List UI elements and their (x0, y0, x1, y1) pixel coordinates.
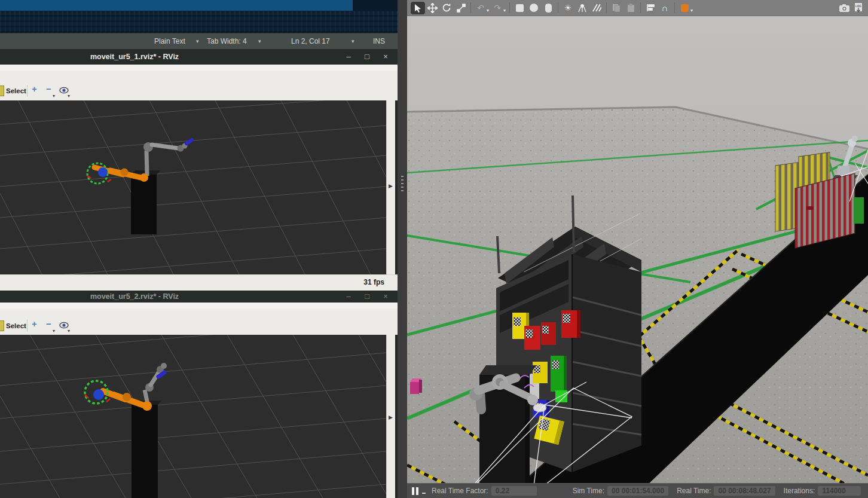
log-recorder-icon[interactable]: LOG (851, 2, 866, 14)
copy-icon[interactable] (609, 2, 624, 14)
undo-icon[interactable]: ↶ (473, 2, 488, 14)
editor-statusbar: Plain Text ▾ Tab Width: 4 ▾ Ln 2, Col 17… (0, 33, 398, 50)
editor-selection-highlight (0, 0, 353, 11)
rviz1-toolbar: Select + − ▾ ▾ (0, 71, 398, 101)
gazebo-toolbar: ↶ ▾ ↷ ▾ ☀ (407, 0, 868, 16)
iterations-label: Iterations: (784, 487, 815, 495)
rviz1-menubar (0, 65, 398, 71)
station-logo-mark (806, 206, 814, 210)
iterations-value: 114000 (818, 486, 861, 496)
workspace-divider (398, 0, 407, 498)
real-time-value: 00 00:08:48.027 (714, 486, 775, 496)
fps-counter: 31 fps (363, 278, 384, 286)
cursor-position[interactable]: Ln 2, Col 17 (291, 37, 330, 45)
green-bin (854, 197, 864, 224)
overwrite-mode-indicator: INS (373, 37, 385, 45)
rviz1-statusbar: 31 fps (0, 274, 398, 291)
close-button[interactable]: × (379, 292, 392, 301)
rviz2-side-panel-strip: ▶ (386, 335, 396, 498)
directional-light-icon[interactable] (589, 2, 604, 14)
rviz2-toolbar: Select + − ▾ ▾ (0, 308, 398, 335)
interact-tool-icon[interactable] (0, 85, 4, 96)
toolbar-separator (606, 2, 607, 13)
gazebo-window: ↶ ▾ ↷ ▾ ☀ (407, 0, 868, 498)
real-time-label: Real Time: (677, 487, 711, 495)
rviz1-side-panel-strip: ▶ (386, 100, 396, 274)
caret-down-icon[interactable]: ▾ (258, 38, 261, 44)
select-tool-icon[interactable] (411, 2, 425, 14)
add-display-button[interactable]: + (32, 84, 37, 94)
svg-text:LOG: LOG (855, 4, 861, 7)
splitter-handle[interactable] (401, 176, 404, 191)
add-display-button[interactable]: + (32, 319, 37, 329)
desktop: Plain Text ▾ Tab Width: 4 ▾ Ln 2, Col 17… (0, 0, 868, 498)
sim-time-value: 00 00:01:54.000 (607, 486, 668, 496)
caret-down-icon[interactable]: ▾ (53, 328, 55, 334)
toolbar-separator (640, 2, 641, 13)
rviz2-titlebar[interactable]: moveit_ur5_2.rviz* - RViz – □ × (0, 291, 398, 303)
caret-down-icon[interactable]: ▾ (53, 93, 55, 99)
panel-expand-icon[interactable]: ▶ (389, 183, 393, 189)
scale-tool-icon[interactable] (454, 2, 468, 14)
rviz1-window-title: moveit_ur5_1.rviz* - RViz (0, 53, 269, 61)
real-time-factor-label: Real Time Factor: (432, 487, 488, 495)
rviz2-window-title: moveit_ur5_2.rviz* - RViz (0, 292, 269, 301)
insert-sphere-icon[interactable] (527, 2, 541, 14)
select-tool-button[interactable]: Select (6, 87, 26, 94)
caret-down-icon[interactable]: ▾ (68, 328, 70, 334)
minimize-button[interactable]: – (342, 292, 355, 301)
view-angle-icon[interactable] (677, 2, 692, 14)
toolbar-separator (27, 85, 27, 97)
real-time-factor-value: 0.22 (491, 486, 537, 496)
screenshot-camera-icon[interactable] (837, 2, 851, 14)
rotate-tool-icon[interactable] (439, 2, 454, 14)
remove-display-button[interactable]: − (46, 319, 51, 329)
maximize-button[interactable]: □ (360, 292, 374, 301)
gazebo-statusbar: Real Time Factor: 0.22 Sim Time: 00 00:0… (407, 483, 868, 498)
caret-down-icon[interactable]: ▾ (690, 8, 693, 13)
rviz2-3d-viewport[interactable] (0, 335, 386, 498)
syntax-mode-dropdown[interactable]: Plain Text (154, 37, 185, 45)
align-tool-icon[interactable] (643, 2, 658, 14)
spot-light-icon[interactable] (575, 2, 589, 14)
pause-button[interactable] (412, 487, 418, 495)
insert-box-icon[interactable] (512, 2, 527, 14)
caret-down-icon[interactable]: ▾ (68, 93, 70, 99)
editor-text-area[interactable] (0, 11, 398, 33)
translate-tool-icon[interactable] (425, 2, 439, 14)
toolbar-separator (27, 320, 27, 332)
sim-time-label: Sim Time: (573, 487, 604, 495)
insert-cylinder-icon[interactable] (541, 2, 555, 14)
maximize-button[interactable]: □ (360, 52, 374, 61)
select-tool-button[interactable]: Select (6, 322, 26, 329)
panel-expand-icon[interactable]: ▶ (389, 414, 393, 420)
left-column: Plain Text ▾ Tab Width: 4 ▾ Ln 2, Col 17… (0, 0, 398, 498)
toolbar-separator (674, 2, 675, 13)
paste-icon[interactable] (624, 2, 638, 14)
toolbar-separator (470, 2, 471, 13)
caret-down-icon[interactable]: ▾ (352, 38, 354, 44)
remove-display-button[interactable]: − (46, 84, 51, 94)
gazebo-3d-scene[interactable] (407, 16, 868, 483)
redo-icon[interactable]: ↷ (490, 2, 505, 14)
tab-width-dropdown[interactable]: Tab Width: 4 (207, 37, 247, 45)
rviz1-3d-viewport[interactable] (0, 100, 386, 274)
rviz1-titlebar[interactable]: moveit_ur5_1.rviz* - RViz – □ × (0, 49, 398, 65)
close-button[interactable]: × (379, 52, 392, 61)
minimize-button[interactable]: – (342, 52, 355, 61)
toolbar-separator (558, 2, 558, 13)
step-button[interactable] (422, 493, 426, 494)
point-light-icon[interactable]: ☀ (561, 2, 575, 14)
magenta-part (410, 378, 422, 394)
text-editor-window: Plain Text ▾ Tab Width: 4 ▾ Ln 2, Col 17… (0, 0, 398, 49)
toolbar-separator (509, 2, 510, 13)
caret-down-icon[interactable]: ▾ (196, 38, 199, 44)
rviz2-menubar (0, 303, 398, 308)
interact-tool-icon[interactable] (0, 320, 4, 331)
snap-tool-icon[interactable]: ∩ (658, 2, 672, 14)
